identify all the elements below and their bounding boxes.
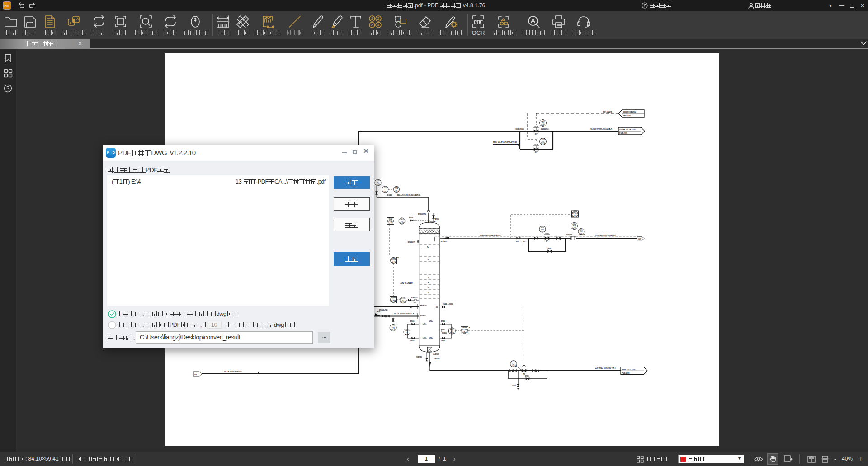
svg-text:DN50: DN50 — [525, 375, 529, 377]
svg-text:LT2b: LT2b — [429, 337, 433, 339]
svg-text:N23C: N23C — [377, 311, 381, 313]
svg-text:DN50X25: DN50X25 — [566, 234, 572, 236]
svg-text:H2: H2 — [443, 329, 445, 331]
svg-text:LKDb: LKDb — [423, 337, 427, 339]
svg-text:DN500: DN500 — [442, 332, 447, 334]
svg-text:220-DEB-21005-50-46K-T: 220-DEB-21005-50-46K-T — [595, 235, 616, 237]
svg-text:DN25/15: DN25/15 — [411, 297, 417, 298]
svg-text:220-LN-21005A-50-N23C-B: 220-LN-21005A-50-N23C-B — [394, 312, 414, 315]
svg-text:·N DN50: ·N DN50 — [416, 356, 422, 358]
svg-text:LKDs: LKDs — [423, 323, 427, 325]
svg-text:DN100X50: DN100X50 — [541, 128, 549, 130]
svg-text:DN40: DN40 — [410, 340, 415, 342]
svg-text:2106: 2106 — [405, 333, 409, 335]
svg-text:2245: 2245 — [572, 227, 577, 229]
svg-text:3: 3 — [371, 23, 373, 27]
svg-text:DN800X700: DN800X700 — [418, 213, 427, 215]
svg-text:4L DN20: 4L DN20 — [433, 353, 439, 355]
svg-text:H: H — [469, 327, 470, 329]
svg-text:14: 14 — [427, 246, 429, 249]
svg-text:PG: PG — [414, 302, 416, 304]
svg-text:DN40: DN40 — [410, 320, 415, 322]
svg-text:1: 1 — [428, 292, 429, 294]
svg-text:DN25 4-X888: DN25 4-X888 — [443, 303, 453, 305]
svg-text:1: 1 — [371, 16, 373, 21]
svg-text:N2C: N2C — [523, 241, 526, 243]
svg-text:2: 2 — [428, 287, 429, 289]
svg-text:B: B — [70, 21, 72, 25]
svg-text:220-DRB-21005A-50-ATK-T: 220-DRB-21005A-50-ATK-T — [480, 234, 501, 236]
svg-text:N23N00: N23N00 — [420, 315, 426, 317]
svg-text:2161: 2161 — [383, 190, 387, 193]
svg-text:2164: 2164 — [450, 332, 455, 334]
svg-text:2161: 2161 — [400, 222, 404, 224]
svg-text:DN50X100: DN50X100 — [515, 128, 524, 130]
svg-text:P&ID-2201: P&ID-2201 — [623, 115, 631, 117]
svg-text:8: 8 — [428, 259, 429, 261]
svg-text:DN620 PI: DN620 PI — [408, 241, 415, 243]
svg-text:NT: NT — [434, 221, 437, 223]
svg-text:9: 9 — [428, 282, 429, 284]
svg-text:FC: FC — [535, 151, 538, 154]
svg-text:P&ID-2221: P&ID-2221 — [619, 132, 627, 134]
svg-text:220-LKC-21007-850-ATK-B: 220-LKC-21007-850-ATK-B — [493, 141, 517, 144]
svg-text:CO2-88-220-GF-2100T: CO2-88-220-GF-2100T — [619, 129, 637, 131]
svg-text:2161: 2161 — [394, 190, 399, 192]
svg-text:220-C-2110: 220-C-2110 — [400, 282, 412, 284]
svg-text:2245: 2245 — [540, 230, 545, 232]
svg-text:+DN40: +DN40 — [387, 194, 392, 196]
svg-text:H: H — [397, 257, 399, 259]
svg-text:50-100%: 50-100% — [603, 110, 613, 113]
svg-text:DN25: DN25 — [512, 385, 516, 386]
svg-text:220-LN-21005-50-N2A-B: 220-LN-21005-50-N2A-B — [224, 371, 243, 373]
svg-text:DN50X25: DN50X25 — [579, 234, 585, 236]
svg-text:220-WNE-21002-80-46K-T: 220-WNE-21002-80-46K-T — [595, 367, 616, 369]
svg-text:7: 7 — [428, 277, 429, 279]
svg-text:88888-220-C-2106: 88888-220-C-2106 — [622, 369, 635, 371]
svg-text:2164: 2164 — [541, 124, 546, 126]
svg-text:220-LKC-21006-1000-46R-B: 220-LKC-21006-1000-46R-B — [590, 128, 612, 131]
svg-text:FC: FC — [535, 133, 538, 136]
svg-text:88888P2CA-2104: 88888P2CA-2104 — [623, 111, 636, 113]
svg-text:B43N700: B43N700 — [420, 305, 426, 306]
svg-text:DN15: DN15 — [409, 217, 413, 218]
svg-text:2162A: 2162A — [462, 331, 468, 333]
svg-text:2245A: 2245A — [572, 215, 578, 217]
svg-text:DN50: DN50 — [441, 340, 445, 342]
svg-text:2256: 2256 — [391, 329, 396, 331]
svg-text:2164: 2164 — [541, 142, 546, 145]
svg-text:N5: N5 — [436, 306, 438, 308]
svg-text:DN50: DN50 — [547, 248, 551, 249]
svg-text:369: 369 — [638, 238, 641, 240]
svg-text:2: 2 — [377, 16, 380, 21]
svg-text:P&ID-2221: P&ID-2221 — [622, 372, 630, 374]
svg-text:DN0050: DN0050 — [434, 358, 440, 360]
svg-text:2176B: 2176B — [390, 300, 396, 302]
svg-text:A: A — [76, 17, 79, 21]
svg-text:DN50: DN50 — [435, 218, 439, 220]
svg-text:45K: 45K — [516, 241, 519, 243]
svg-text:2164: 2164 — [511, 365, 516, 367]
svg-text:220-LKC-21020-800-46R-B: 220-LKC-21020-800-46R-B — [397, 194, 420, 196]
svg-text:LT2a: LT2a — [429, 320, 433, 322]
svg-text:DN50: DN50 — [441, 320, 445, 322]
svg-text:L: L — [469, 333, 470, 334]
svg-text:2176: 2176 — [388, 221, 393, 224]
svg-text:4: 4 — [377, 23, 380, 27]
svg-text:2176: 2176 — [391, 261, 396, 263]
svg-text:LN: LN — [194, 374, 197, 376]
svg-text:KL DN50: KL DN50 — [441, 241, 447, 243]
svg-text:2256: 2256 — [376, 184, 380, 186]
svg-text:FC: FC — [546, 240, 549, 243]
svg-text:2176A: 2176A — [401, 301, 406, 303]
